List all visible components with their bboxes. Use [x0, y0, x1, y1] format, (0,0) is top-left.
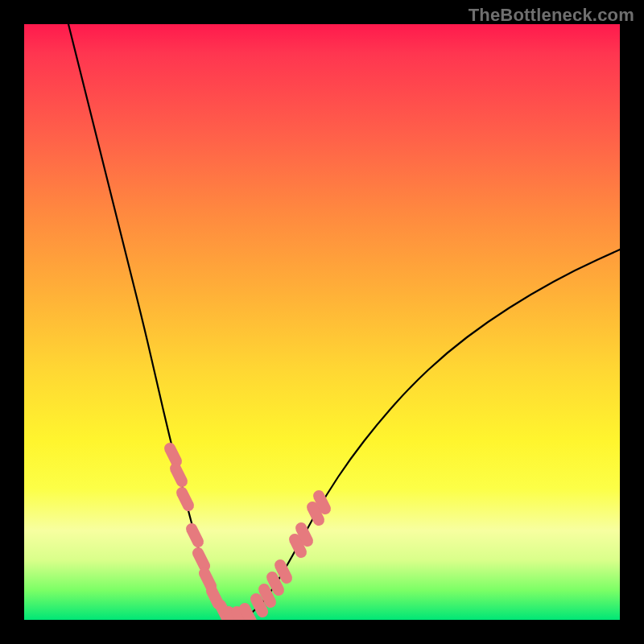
- highlight-dot: [312, 507, 319, 520]
- highlight-dot: [280, 565, 287, 578]
- highlight-dot: [256, 599, 262, 612]
- highlight-dot: [245, 609, 251, 620]
- highlight-dot: [319, 496, 325, 509]
- highlight-dot: [204, 573, 211, 586]
- highlight-dots: [170, 448, 325, 620]
- curve-left: [68, 24, 237, 620]
- highlight-dot: [170, 448, 176, 461]
- highlight-dot: [264, 589, 270, 602]
- highlight-dot: [272, 577, 279, 590]
- highlight-dot: [295, 539, 301, 552]
- highlight-dot: [198, 553, 204, 566]
- highlight-dot: [192, 529, 198, 542]
- highlight-dot: [301, 528, 308, 541]
- bottleneck-curve-plot: [24, 24, 620, 620]
- watermark-text: TheBottleneck.com: [469, 5, 634, 26]
- highlight-dot: [175, 469, 182, 481]
- highlight-dot: [182, 493, 188, 506]
- chart-area: [24, 24, 620, 620]
- curve-right: [237, 250, 620, 620]
